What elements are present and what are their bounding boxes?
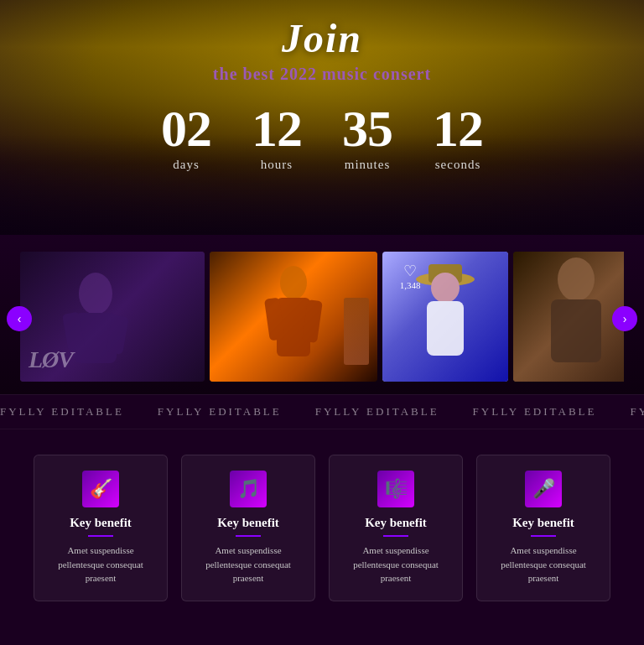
svg-point-0 [79, 273, 112, 315]
countdown-minutes-label: minutes [345, 158, 391, 172]
benefit-title-1: Key benefit [46, 516, 155, 530]
benefit-card-2: 🎵 Key benefit Amet suspendisse pellentes… [181, 455, 315, 601]
carousel-slide-1: LØV [20, 252, 205, 382]
slide-1-text: LØV [29, 346, 73, 373]
benefit-card-4: 🎤 Key benefit Amet suspendisse pellentes… [476, 455, 610, 601]
score-icon: 🎼 [385, 478, 408, 500]
benefit-title-4: Key benefit [489, 516, 598, 530]
mic-icon: 🎤 [532, 478, 555, 500]
heart-badge: ♡ 1,348 [226, 262, 594, 290]
music-icon: 🎵 [237, 478, 260, 500]
marquee-item: FYLLY EDITABLE [315, 405, 439, 419]
carousel-prev-button[interactable]: ‹ [7, 306, 32, 331]
hero-subtitle-pre: the best [213, 65, 280, 83]
benefit-card-1: 🎸 Key benefit Amet suspendisse pellentes… [34, 455, 168, 601]
marquee-track: FYLLY EDITABLE FYLLY EDITABLE FYLLY EDIT… [0, 405, 644, 419]
benefit-desc-3: Amet suspendisse pellentesque consequat … [341, 544, 450, 585]
heart-icon: ♡ [403, 262, 417, 280]
benefit-divider-4 [531, 535, 556, 537]
benefit-title-2: Key benefit [194, 516, 303, 530]
benefit-divider-3 [383, 535, 408, 537]
hero-subtitle-year: 2022 [280, 65, 317, 83]
benefit-desc-2: Amet suspendisse pellentesque consequat … [194, 544, 303, 585]
countdown-days-label: days [173, 158, 200, 172]
marquee-item: FYLLY EDITABLE [630, 405, 644, 419]
countdown-hours-value: 12 [252, 102, 302, 154]
countdown-hours: 12 hours [252, 102, 302, 172]
countdown-hours-label: hours [261, 158, 293, 172]
svg-rect-11 [427, 301, 464, 356]
marquee-item: FYLLY EDITABLE [0, 405, 124, 419]
hero-subtitle: the best 2022 music consert [213, 65, 431, 84]
hero-subtitle-post: music consert [317, 65, 431, 83]
hero-section: Join the best 2022 music consert 02 days… [0, 0, 644, 235]
benefits-section: 🎸 Key benefit Amet suspendisse pellentes… [0, 429, 644, 618]
benefit-desc-1: Amet suspendisse pellentesque consequat … [46, 544, 155, 585]
countdown-seconds-value: 12 [433, 102, 483, 154]
upcoming-section: Upcoming event LØV Nam tellus adipiscing… [0, 618, 644, 646]
marquee-item: FYLLY EDITABLE [158, 405, 282, 419]
guitar-icon: 🎸 [90, 478, 112, 500]
marquee-item: FYLLY EDITABLE [473, 405, 597, 419]
countdown-minutes-value: 35 [342, 102, 392, 154]
countdown-seconds-label: seconds [435, 158, 481, 172]
countdown-seconds: 12 seconds [433, 102, 483, 172]
countdown: 02 days 12 hours 35 minutes 12 seconds [161, 102, 483, 172]
benefit-divider-2 [236, 535, 261, 537]
carousel-track: LØV ♡ 1,348 [20, 252, 624, 386]
carousel-next-button[interactable]: › [612, 306, 637, 331]
benefit-desc-4: Amet suspendisse pellentesque consequat … [489, 544, 598, 585]
countdown-minutes: 35 minutes [342, 102, 392, 172]
benefit-icon-3: 🎼 [377, 471, 414, 507]
benefit-icon-2: 🎵 [230, 471, 267, 507]
countdown-days-value: 02 [161, 102, 211, 154]
carousel-wrapper: ‹ LØV ♡ 1,348 [0, 252, 644, 386]
benefit-icon-4: 🎤 [525, 471, 562, 507]
svg-rect-13 [551, 299, 601, 362]
marquee-section: FYLLY EDITABLE FYLLY EDITABLE FYLLY EDIT… [0, 394, 644, 429]
benefit-icon-1: 🎸 [82, 471, 119, 507]
benefit-title-3: Key benefit [341, 516, 450, 530]
heart-count: 1,348 [400, 280, 421, 290]
benefit-divider-1 [88, 535, 113, 537]
carousel-section: ‹ LØV ♡ 1,348 [0, 235, 644, 394]
countdown-days: 02 days [161, 102, 211, 172]
hero-title: Join [282, 15, 362, 61]
benefit-card-3: 🎼 Key benefit Amet suspendisse pellentes… [329, 455, 463, 601]
